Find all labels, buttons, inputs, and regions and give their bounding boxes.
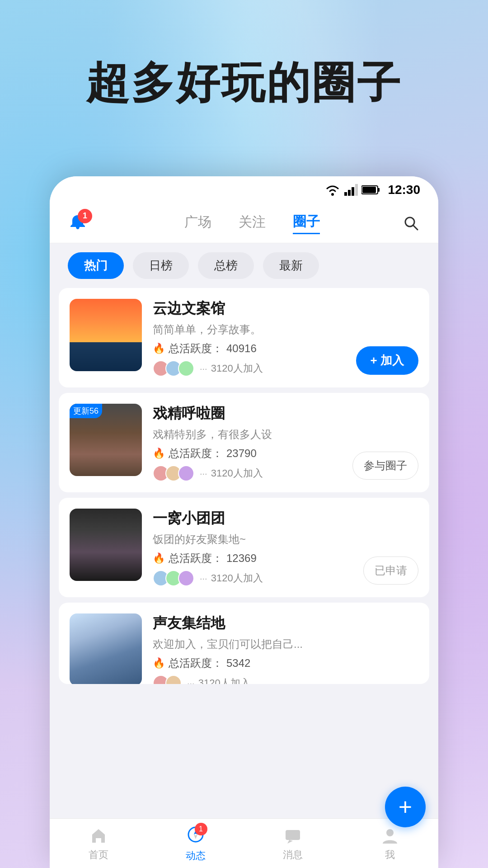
hero-title: 超多好玩的圈子 bbox=[0, 54, 488, 113]
fire-icon-2: 🔥 bbox=[153, 448, 165, 459]
user-icon bbox=[380, 826, 400, 845]
phone-mockup: 12:30 1 广场 关注 圈子 热门 日榜 总榜 最新 bbox=[50, 176, 438, 868]
card-action-1[interactable]: + 加入 bbox=[356, 346, 418, 375]
notification-badge: 1 bbox=[78, 209, 92, 223]
tab-guangchang[interactable]: 广场 bbox=[184, 213, 211, 233]
member-avatars-2 bbox=[153, 465, 194, 481]
bottom-nav-dynamic[interactable]: 1 动态 bbox=[186, 825, 206, 863]
card-members-4: ··· 3120人加入 bbox=[153, 675, 418, 684]
card-action-3[interactable]: 已申请 bbox=[363, 557, 418, 585]
message-label: 消息 bbox=[283, 848, 303, 862]
wifi-icon bbox=[324, 184, 341, 196]
avatar-3 bbox=[178, 360, 194, 377]
svg-rect-4 bbox=[355, 184, 358, 196]
bottom-nav-profile[interactable]: 我 bbox=[380, 826, 400, 862]
status-bar: 12:30 bbox=[50, 176, 438, 203]
card-desc-2: 戏精特别多，有很多人设 bbox=[153, 427, 418, 442]
card-image-3 bbox=[70, 509, 142, 581]
card-image-2: 更新56 bbox=[70, 404, 142, 476]
svg-point-0 bbox=[331, 193, 334, 196]
card-desc-1: 简简单单，分享故事。 bbox=[153, 322, 418, 337]
member-avatars-1 bbox=[153, 360, 194, 377]
home-label: 首页 bbox=[89, 848, 108, 862]
community-list: 云边文案馆 简简单单，分享故事。 🔥 总活跃度： 40916 ··· 3120人… bbox=[50, 288, 438, 684]
dynamic-badge: 1 bbox=[195, 823, 207, 835]
svg-marker-12 bbox=[194, 835, 197, 839]
bottom-nav: 首页 1 动态 消息 我 bbox=[50, 818, 438, 868]
card-title-3: 一窝小团团 bbox=[153, 509, 418, 528]
fire-icon-1: 🔥 bbox=[153, 343, 165, 354]
search-button[interactable] bbox=[402, 214, 420, 232]
avatar-more-3: ··· bbox=[200, 573, 207, 584]
avatar-more: ··· bbox=[200, 363, 207, 374]
message-icon bbox=[283, 826, 303, 845]
join-button-1[interactable]: + 加入 bbox=[356, 346, 418, 375]
community-card-1: 云边文案馆 简简单单，分享故事。 🔥 总活跃度： 40916 ··· 3120人… bbox=[59, 288, 429, 387]
community-card-4: 声友集结地 欢迎加入，宝贝们可以把自己... 🔥 总活跃度： 5342 ··· … bbox=[59, 603, 429, 684]
svg-line-9 bbox=[413, 225, 418, 230]
card-content-4: 声友集结地 欢迎加入，宝贝们可以把自己... 🔥 总活跃度： 5342 ··· … bbox=[153, 613, 418, 684]
dynamic-label: 动态 bbox=[186, 849, 206, 863]
card-image-1 bbox=[70, 299, 142, 371]
svg-rect-6 bbox=[378, 188, 380, 192]
avatar-more-2: ··· bbox=[200, 468, 207, 479]
filter-bar: 热门 日榜 总榜 最新 bbox=[50, 243, 438, 288]
member-avatars-4 bbox=[153, 675, 182, 684]
avatar-2-3 bbox=[178, 465, 194, 481]
status-icons: 12:30 bbox=[324, 183, 420, 197]
sunset-image bbox=[70, 299, 142, 371]
tab-guanzhu[interactable]: 关注 bbox=[239, 213, 266, 233]
couple-image bbox=[70, 613, 142, 684]
participate-button-2[interactable]: 参与圈子 bbox=[352, 452, 418, 480]
battery-icon bbox=[361, 185, 380, 195]
filter-daily[interactable]: 日榜 bbox=[133, 252, 189, 279]
filter-latest[interactable]: 最新 bbox=[263, 252, 319, 279]
fab-plus-icon: + bbox=[399, 795, 412, 819]
avatar-3-3 bbox=[178, 570, 194, 586]
card-title-1: 云边文案馆 bbox=[153, 299, 418, 319]
svg-rect-13 bbox=[286, 830, 300, 840]
card-title-2: 戏精呼啦圈 bbox=[153, 404, 418, 424]
tab-quanzi[interactable]: 圈子 bbox=[293, 212, 320, 234]
nav-tabs: 广场 关注 圈子 bbox=[102, 212, 402, 234]
fab-button[interactable]: + bbox=[385, 787, 426, 827]
avatar-4-2 bbox=[165, 675, 182, 684]
svg-rect-7 bbox=[362, 187, 376, 193]
card-desc-4: 欢迎加入，宝贝们可以把自己... bbox=[153, 637, 418, 651]
update-badge-2: 更新56 bbox=[70, 404, 102, 418]
profile-label: 我 bbox=[385, 848, 395, 862]
home-icon bbox=[89, 826, 108, 845]
fire-icon-3: 🔥 bbox=[153, 552, 165, 564]
applied-button-3[interactable]: 已申请 bbox=[363, 557, 418, 585]
nav-bar: 1 广场 关注 圈子 bbox=[50, 203, 438, 243]
svg-rect-3 bbox=[352, 187, 354, 196]
member-avatars-3 bbox=[153, 570, 194, 586]
card-desc-3: 饭团的好友聚集地~ bbox=[153, 532, 418, 547]
fire-icon-4: 🔥 bbox=[153, 657, 165, 669]
card-title-4: 声友集结地 bbox=[153, 613, 418, 633]
svg-point-14 bbox=[386, 829, 394, 836]
signal-icon bbox=[344, 184, 358, 196]
bottom-nav-home[interactable]: 首页 bbox=[89, 826, 108, 862]
svg-rect-2 bbox=[348, 190, 351, 196]
bottom-nav-message[interactable]: 消息 bbox=[283, 826, 303, 862]
girl2-image bbox=[70, 509, 142, 581]
notification-bell[interactable]: 1 bbox=[68, 212, 88, 234]
svg-rect-1 bbox=[344, 192, 347, 196]
status-time: 12:30 bbox=[388, 183, 420, 197]
card-activity-4: 🔥 总活跃度： 5342 bbox=[153, 656, 418, 670]
card-image-4 bbox=[70, 613, 142, 684]
avatar-more-4: ··· bbox=[187, 678, 195, 684]
community-card-3: 一窝小团团 饭团的好友聚集地~ 🔥 总活跃度： 12369 ··· 3120人加… bbox=[59, 498, 429, 597]
card-action-2[interactable]: 参与圈子 bbox=[352, 452, 418, 480]
filter-total[interactable]: 总榜 bbox=[198, 252, 254, 279]
community-card-2: 更新56 戏精呼啦圈 戏精特别多，有很多人设 🔥 总活跃度： 23790 ··· bbox=[59, 393, 429, 492]
filter-hot[interactable]: 热门 bbox=[68, 252, 124, 279]
